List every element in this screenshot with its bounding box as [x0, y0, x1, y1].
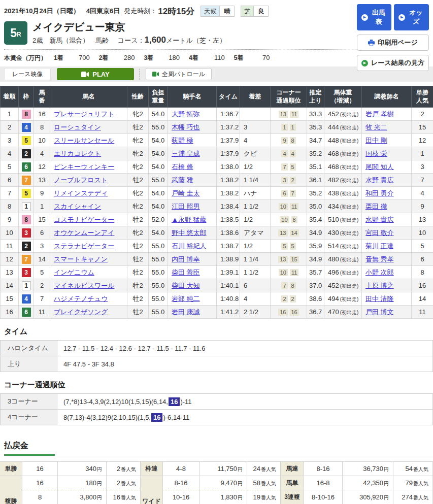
- horse-name-link[interactable]: ローシュタイン: [54, 123, 101, 131]
- jockey-link[interactable]: 武藤 雅: [172, 176, 193, 184]
- horse-name-link[interactable]: ブレイクザソング: [54, 308, 108, 316]
- horse-name-link[interactable]: インゲニウム: [54, 268, 94, 276]
- result-row: 2 4 8 ローシュタイン 牡2 55.0 木幡 巧也 1:37.2 3 11 …: [1, 121, 433, 134]
- bet-combination: 4-8: [163, 461, 199, 476]
- jockey-link[interactable]: ▲永野 猛蔵: [172, 216, 206, 223]
- payout-amount: 1,830円: [199, 490, 247, 504]
- jockey-link[interactable]: 柴田 善臣: [172, 268, 200, 276]
- trainer-link[interactable]: 牧 光二: [365, 123, 387, 131]
- corner-positions: 98: [271, 134, 307, 147]
- horse-name-link[interactable]: プレサージュリフト: [54, 110, 114, 118]
- arrow-circle-icon: ▶: [398, 14, 405, 21]
- result-row: 16 6 11 ブレイクザソング 牡2 55.0 岩田 康誠 1:41.2 2 …: [1, 306, 433, 319]
- last-furlongs-row: 上り 4F 47.5 - 3F 34.8: [1, 356, 433, 372]
- corner-position-badge: 2: [290, 177, 296, 184]
- weather-value: 晴: [220, 6, 234, 16]
- horse-name-link[interactable]: オウケンムーンアイ: [54, 229, 114, 237]
- horse-weight-note: (初出走): [340, 217, 359, 223]
- jockey-link[interactable]: 戸崎 圭太: [172, 189, 200, 197]
- finish-time: 1:38.2: [217, 187, 240, 200]
- corner-positions: 78: [271, 279, 307, 292]
- frame-cell: 4: [19, 292, 34, 306]
- trainer-link[interactable]: 田中 剛: [365, 137, 387, 144]
- course-distance: 1,600: [144, 35, 166, 45]
- jockey-link[interactable]: 内田 博幸: [172, 255, 200, 263]
- jockey-link[interactable]: 岩部 純二: [172, 295, 200, 303]
- payout-amount: 340円: [58, 461, 107, 476]
- last-3f-time: 34.7: [307, 134, 324, 147]
- column-header: 馬体重 （増減）: [324, 86, 362, 108]
- corner-position-badge: 5: [290, 163, 296, 171]
- jockey-link[interactable]: 江田 照男: [172, 203, 200, 210]
- trainer-link[interactable]: 国枝 栄: [365, 150, 387, 157]
- trainer-link[interactable]: 宮田 敬介: [365, 229, 394, 237]
- jockey-link[interactable]: 野中 悠太郎: [172, 229, 207, 237]
- corner-positions: 11: [271, 121, 307, 134]
- yen-suffix: 円: [97, 495, 102, 500]
- horse-name-link[interactable]: マイネルビスワール: [54, 282, 114, 289]
- trainer-link[interactable]: 水野 貴広: [365, 176, 394, 184]
- jockey-link[interactable]: 石橋 脩: [172, 163, 193, 171]
- win-popularity: 10: [412, 226, 433, 240]
- last-furlongs-value: 4F 47.5 - 3F 34.8: [57, 356, 433, 372]
- frame-cell: 3: [19, 226, 34, 240]
- jockey-link[interactable]: 石川 裕紀人: [172, 242, 207, 250]
- trainer-link[interactable]: 田中 清隆: [365, 295, 394, 303]
- finish-time: 1:38.9: [217, 253, 240, 266]
- horse-name-link[interactable]: リメインステディ: [54, 189, 108, 197]
- trainer-link[interactable]: 上原 博之: [365, 282, 394, 289]
- jockey-link[interactable]: 大野 拓弥: [172, 110, 200, 118]
- horse-name-cell: オウケンムーンアイ: [50, 226, 127, 240]
- play-button[interactable]: PLAY: [57, 68, 134, 80]
- column-header: 着順: [1, 86, 19, 108]
- horse-name-link[interactable]: スリールサンセール: [54, 137, 114, 144]
- horse-name-link[interactable]: スマートキャノン: [54, 255, 108, 263]
- horse-name-link[interactable]: エリカコレクト: [54, 150, 101, 157]
- trainer-link[interactable]: 尾関 知人: [365, 163, 394, 171]
- horse-name-link[interactable]: コスモナビゲーター: [54, 216, 114, 223]
- frame-badge: 1: [22, 202, 31, 211]
- horse-name-link[interactable]: ピンキーウィンキー: [54, 163, 114, 171]
- trainer-link[interactable]: 水野 貴広: [365, 216, 394, 223]
- trainer-link[interactable]: 和田 勇介: [365, 189, 394, 197]
- win-popularity: 16: [412, 279, 433, 292]
- prize-item: 2着280: [99, 54, 140, 62]
- print-page-button[interactable]: 印刷用ページ: [357, 35, 429, 51]
- sex-age: 牡2: [127, 253, 149, 266]
- race-result-page: 2021年10月24日（日曜） 4回東京6日 発走時刻： 12時15分 天候 晴…: [0, 0, 433, 504]
- bet-type-label: 馬連: [281, 461, 304, 476]
- horse-name-cell: スカイシャイン: [50, 200, 127, 213]
- win-popularity: 3: [412, 160, 433, 174]
- trainer-link[interactable]: 栗田 徹: [365, 203, 387, 210]
- horse-name-link[interactable]: ステラナビゲーター: [54, 242, 114, 250]
- frame-cell: 2: [19, 240, 34, 253]
- payout-section-title: 払戻金: [4, 441, 433, 456]
- jockey-link[interactable]: 三浦 皇成: [172, 150, 200, 157]
- patrol-video-button[interactable]: 全周パトロール: [146, 68, 212, 80]
- trainer-link[interactable]: 戸田 博文: [365, 308, 394, 316]
- trainer-link[interactable]: 菊川 正達: [365, 242, 394, 250]
- jockey-link[interactable]: 柴田 大知: [172, 282, 200, 289]
- corner-position-badge: 15: [290, 256, 299, 263]
- corner-positions: 67: [271, 187, 307, 200]
- horse-name-link[interactable]: ハジメテノチュウ: [54, 295, 108, 303]
- horse-name-link[interactable]: スカイシャイン: [54, 203, 101, 210]
- horse-name-link[interactable]: ノーブルフロスト: [54, 176, 108, 184]
- jockey-link[interactable]: 岩田 康誠: [172, 308, 200, 316]
- weight-carried: 54.0: [149, 108, 168, 121]
- trainer-link[interactable]: 岩戸 孝樹: [365, 110, 394, 118]
- column-header: 単勝 人気: [412, 86, 433, 108]
- odds-button[interactable]: ▶オッズ: [394, 4, 429, 30]
- horse-number: 8: [34, 121, 50, 134]
- corner-position-badge: 8: [290, 137, 296, 144]
- results-guide-button[interactable]: ▶レース結果の見方: [357, 55, 429, 71]
- jockey-link[interactable]: 木幡 巧也: [172, 123, 200, 131]
- margin: 1/2: [240, 240, 271, 253]
- race-video-button[interactable]: レース映像: [4, 68, 51, 80]
- bet-combination: 8-16: [304, 461, 343, 476]
- trainer-link[interactable]: 音無 秀孝: [365, 255, 394, 263]
- jockey-link[interactable]: 荻野 極: [172, 137, 193, 144]
- entry-table-button[interactable]: ▶出馬表: [357, 4, 391, 30]
- yen-suffix: 円: [238, 466, 243, 472]
- trainer-link[interactable]: 小野 次郎: [365, 268, 394, 276]
